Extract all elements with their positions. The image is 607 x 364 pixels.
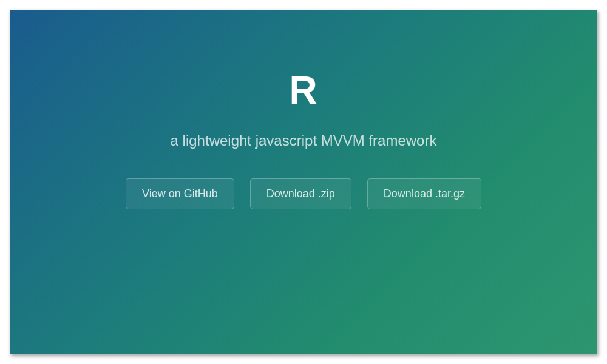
download-targz-button[interactable]: Download .tar.gz [367,178,481,209]
page-subtitle: a lightweight javascript MVVM framework [171,132,437,149]
hero-panel: R a lightweight javascript MVVM framewor… [10,10,597,354]
view-on-github-button[interactable]: View on GitHub [126,178,234,209]
action-button-group: View on GitHub Download .zip Download .t… [126,178,481,209]
download-zip-button[interactable]: Download .zip [250,178,351,209]
page-title: R [289,68,317,113]
